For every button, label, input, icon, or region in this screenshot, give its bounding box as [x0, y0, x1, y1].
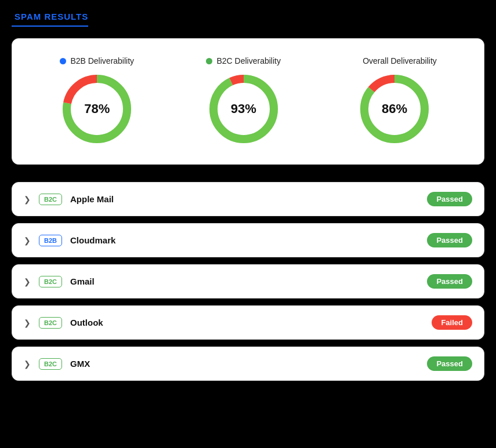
- charts-card: B2B Deliverability 78% B2C Deliverabilit…: [12, 38, 484, 165]
- status-badge-apple-mail: Passed: [427, 192, 472, 206]
- tag-outlook: B2C: [39, 317, 62, 329]
- status-badge-outlook: Failed: [432, 315, 472, 330]
- item-name-outlook: Outlook: [70, 318, 423, 327]
- b2b-legend-dot: [60, 58, 66, 64]
- status-badge-cloudmark: Passed: [427, 233, 472, 247]
- b2c-chart-item: B2C Deliverability 93%: [206, 56, 281, 147]
- tag-gmail: B2C: [39, 276, 62, 287]
- status-badge-gmail: Passed: [427, 274, 472, 289]
- overall-donut: 86%: [357, 71, 432, 147]
- status-badge-gmx: Passed: [427, 356, 472, 371]
- b2c-legend: B2C Deliverability: [206, 56, 280, 65]
- page-title: SPAM RESULTS: [15, 12, 88, 21]
- tag-apple-mail: B2C: [39, 194, 62, 205]
- chevron-icon-apple-mail: ❯: [24, 195, 31, 204]
- list-item-cloudmark[interactable]: ❯ B2B Cloudmark Passed: [12, 223, 484, 257]
- chevron-icon-gmx: ❯: [24, 359, 31, 369]
- item-name-gmx: GMX: [70, 359, 419, 369]
- item-name-gmail: Gmail: [70, 276, 419, 286]
- page-header: SPAM RESULTS: [12, 6, 88, 27]
- b2b-chart-item: B2B Deliverability 78%: [59, 56, 135, 147]
- item-name-apple-mail: Apple Mail: [70, 194, 419, 204]
- b2c-percentage: 93%: [231, 101, 256, 116]
- overall-label: Overall Deliverability: [363, 56, 437, 65]
- chevron-icon-cloudmark: ❯: [24, 236, 31, 245]
- list-item-apple-mail[interactable]: ❯ B2C Apple Mail Passed: [12, 182, 484, 216]
- b2b-percentage: 78%: [84, 101, 110, 116]
- tag-cloudmark: B2B: [39, 235, 62, 246]
- page-wrapper: SPAM RESULTS B2B Deliverability 78%: [0, 0, 496, 448]
- list-item-outlook[interactable]: ❯ B2C Outlook Failed: [12, 305, 484, 340]
- chevron-icon-outlook: ❯: [24, 318, 31, 327]
- b2b-label: B2B Deliverability: [70, 56, 134, 65]
- list-section: ❯ B2C Apple Mail Passed ❯ B2B Cloudmark …: [12, 182, 484, 381]
- list-item-gmx[interactable]: ❯ B2C GMX Passed: [12, 347, 484, 381]
- chevron-icon-gmail: ❯: [24, 277, 31, 286]
- overall-legend: Overall Deliverability: [352, 56, 437, 65]
- overall-chart-item: Overall Deliverability 86%: [352, 56, 437, 147]
- b2b-donut: 78%: [59, 71, 135, 147]
- item-name-cloudmark: Cloudmark: [70, 235, 419, 245]
- overall-percentage: 86%: [382, 101, 407, 116]
- b2c-donut: 93%: [206, 71, 281, 147]
- b2b-legend: B2B Deliverability: [60, 56, 134, 65]
- b2c-label: B2C Deliverability: [216, 56, 280, 65]
- b2c-legend-dot: [206, 58, 212, 64]
- tag-gmx: B2C: [39, 358, 62, 370]
- list-item-gmail[interactable]: ❯ B2C Gmail Passed: [12, 264, 484, 298]
